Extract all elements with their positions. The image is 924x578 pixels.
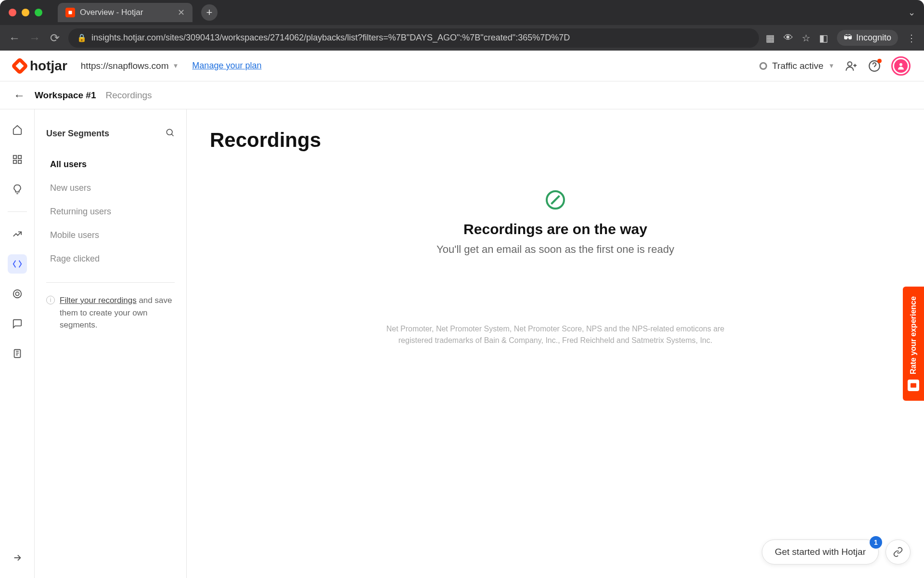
segments-divider <box>46 282 175 283</box>
tab-favicon-icon <box>65 8 75 17</box>
segment-item-rage-clicked[interactable]: Rage clicked <box>46 247 175 271</box>
rail-feedback-icon[interactable] <box>8 314 27 333</box>
rail-dashboard-icon[interactable] <box>8 150 27 169</box>
filter-recordings-link[interactable]: Filter your recordings <box>60 296 137 305</box>
floating-actions: Get started with Hotjar 1 <box>762 539 911 565</box>
breadcrumb: ← Workspace #1 Recordings <box>0 81 924 109</box>
rail-heatmaps-icon[interactable] <box>8 284 27 303</box>
kebab-menu-icon[interactable]: ⋮ <box>907 32 916 44</box>
empty-state: Recordings are on the way You'll get an … <box>339 190 772 256</box>
help-icon[interactable] <box>868 60 881 72</box>
browser-tab[interactable]: Overview - Hotjar ✕ <box>58 3 192 22</box>
bookmark-icon[interactable]: ☆ <box>802 32 810 44</box>
info-icon: i <box>46 296 55 304</box>
hotjar-logo-icon <box>11 57 29 75</box>
incognito-label: Incognito <box>856 33 891 43</box>
svg-rect-11 <box>911 383 916 388</box>
rail-highlights-icon[interactable] <box>8 180 27 199</box>
traffic-status[interactable]: Traffic active ▼ <box>759 61 834 71</box>
avatar[interactable] <box>891 56 911 76</box>
nav-forward-icon: → <box>28 31 41 45</box>
page-title: Recordings <box>210 129 901 152</box>
rail-expand-icon[interactable] <box>8 548 27 567</box>
tab-bar: Overview - Hotjar ✕ + ⌄ <box>0 0 924 25</box>
legal-footnote: Net Promoter, Net Promoter System, Net P… <box>372 323 738 346</box>
svg-point-0 <box>847 62 852 66</box>
segments-tip-text: Filter your recordings and save them to … <box>60 294 175 331</box>
breadcrumb-back-icon[interactable]: ← <box>13 89 25 102</box>
notification-dot-icon <box>877 59 882 63</box>
app-body: User Segments All users New users Return… <box>0 109 924 578</box>
main-content: Recordings Recordings are on the way You… <box>187 109 924 578</box>
nav-rail <box>0 109 35 578</box>
rail-recordings-icon[interactable] <box>8 254 27 274</box>
nav-reload-icon[interactable]: ⟳ <box>48 31 62 45</box>
traffic-dot-icon <box>759 62 767 70</box>
svg-rect-4 <box>18 156 21 158</box>
segments-tip: i Filter your recordings and save them t… <box>46 294 175 331</box>
browser-chrome: Overview - Hotjar ✕ + ⌄ ← → ⟳ 🔒 insights… <box>0 0 924 51</box>
segment-item-returning-users[interactable]: Returning users <box>46 200 175 223</box>
panel-icon[interactable]: ◧ <box>819 32 828 44</box>
url-text: insights.hotjar.com/sites/3090413/worksp… <box>91 33 570 43</box>
address-bar: ← → ⟳ 🔒 insights.hotjar.com/sites/309041… <box>0 25 924 51</box>
svg-point-8 <box>15 292 19 295</box>
incognito-indicator[interactable]: 🕶 Incognito <box>837 30 898 46</box>
site-url: https://snapflows.com <box>81 61 169 71</box>
chevron-down-icon: ▼ <box>172 62 179 69</box>
rail-home-icon[interactable] <box>8 120 27 139</box>
svg-point-2 <box>899 63 902 66</box>
invite-user-icon[interactable] <box>845 60 858 72</box>
traffic-label: Traffic active <box>772 61 823 71</box>
breadcrumb-page: Recordings <box>105 90 152 101</box>
chrome-actions: ▦ 👁 ☆ ◧ 🕶 Incognito ⋮ <box>766 30 916 46</box>
tab-close-icon[interactable]: ✕ <box>178 7 185 18</box>
header-right: Traffic active ▼ <box>759 56 911 76</box>
empty-state-subtitle: You'll get an email as soon as the first… <box>339 243 772 256</box>
manage-plan-link[interactable]: Manage your plan <box>192 61 261 71</box>
segment-item-new-users[interactable]: New users <box>46 176 175 200</box>
get-started-label: Get started with Hotjar <box>775 547 866 557</box>
svg-point-10 <box>167 129 172 135</box>
hotjar-logo[interactable]: hotjar <box>13 58 67 74</box>
svg-rect-6 <box>18 160 21 163</box>
window-close-icon[interactable] <box>9 9 16 16</box>
segments-panel: User Segments All users New users Return… <box>35 109 187 578</box>
rail-surveys-icon[interactable] <box>8 344 27 363</box>
translate-icon[interactable]: ▦ <box>766 32 775 44</box>
window-fullscreen-icon[interactable] <box>35 9 42 16</box>
feedback-tab[interactable]: Rate your experience <box>903 287 924 401</box>
nav-back-icon[interactable]: ← <box>8 31 21 45</box>
get-started-badge: 1 <box>870 536 882 549</box>
tab-title: Overview - Hotjar <box>80 8 143 17</box>
segments-title: User Segments <box>46 129 109 139</box>
segment-item-mobile-users[interactable]: Mobile users <box>46 223 175 247</box>
logo-text: hotjar <box>30 58 67 74</box>
feedback-label: Rate your experience <box>909 296 918 374</box>
url-field[interactable]: 🔒 insights.hotjar.com/sites/3090413/work… <box>68 28 759 48</box>
app-header: hotjar https://snapflows.com ▼ Manage yo… <box>0 51 924 81</box>
segments-header: User Segments <box>46 128 175 139</box>
lock-icon: 🔒 <box>77 33 87 42</box>
search-icon[interactable] <box>165 128 175 139</box>
rail-trends-icon[interactable] <box>8 224 27 244</box>
svg-rect-3 <box>13 156 16 158</box>
eye-off-icon[interactable]: 👁 <box>783 32 793 43</box>
incognito-icon: 🕶 <box>844 33 852 43</box>
feedback-emoji-icon <box>908 380 919 391</box>
site-selector[interactable]: https://snapflows.com ▼ <box>81 61 179 71</box>
get-started-button[interactable]: Get started with Hotjar 1 <box>762 539 879 565</box>
window-minimize-icon[interactable] <box>22 9 29 16</box>
new-tab-button[interactable]: + <box>201 4 218 21</box>
empty-state-icon <box>546 190 565 210</box>
rail-divider <box>8 211 27 212</box>
link-fab-button[interactable] <box>886 539 911 565</box>
empty-state-title: Recordings are on the way <box>339 221 772 237</box>
svg-rect-5 <box>13 160 16 163</box>
chevron-down-icon: ▼ <box>828 62 834 69</box>
window-controls <box>9 9 42 16</box>
svg-point-7 <box>13 290 21 298</box>
tabs-overflow-icon[interactable]: ⌄ <box>908 7 915 18</box>
breadcrumb-workspace[interactable]: Workspace #1 <box>35 90 96 101</box>
segment-item-all-users[interactable]: All users <box>46 153 175 176</box>
